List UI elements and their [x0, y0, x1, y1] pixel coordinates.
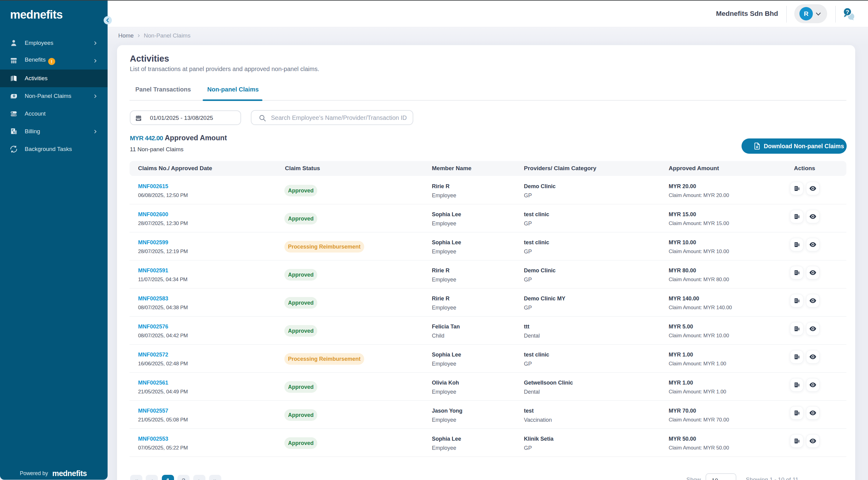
- svg-text:$: $: [13, 130, 15, 134]
- svg-text:?: ?: [846, 9, 849, 15]
